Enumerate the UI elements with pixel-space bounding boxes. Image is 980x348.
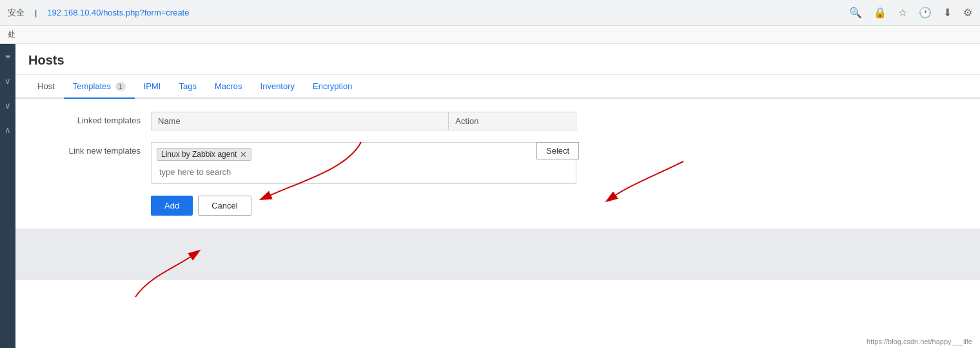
- footer-bar: https://blog.csdn.net/happy___life: [859, 335, 980, 348]
- page-title: Hosts: [28, 53, 967, 68]
- token-close-icon[interactable]: ✕: [240, 150, 247, 159]
- footer-url: https://blog.csdn.net/happy___life: [867, 338, 972, 345]
- bookmark-icon[interactable]: ☆: [898, 6, 907, 19]
- link-new-row: Linux by Zabbix agent ✕ Select: [151, 142, 589, 184]
- cancel-button[interactable]: Cancel: [198, 196, 251, 216]
- tokens-container: Linux by Zabbix agent ✕: [157, 148, 571, 163]
- browser-url[interactable]: 192.168.10.40/hosts.php?form=create: [47, 8, 189, 17]
- tab-templates[interactable]: Templates 1: [64, 75, 135, 99]
- sidebar: ≡ ∨ ∨ ∧: [0, 44, 15, 348]
- search-icon[interactable]: 🔍: [849, 6, 862, 19]
- bottom-area: [15, 229, 980, 280]
- download-icon[interactable]: ⬇: [943, 6, 952, 19]
- sidebar-nav-icon-1[interactable]: ≡: [2, 50, 14, 62]
- tab-encryption[interactable]: Encryption: [304, 75, 361, 99]
- select-button[interactable]: Select: [536, 142, 579, 159]
- template-token: Linux by Zabbix agent ✕: [157, 148, 251, 161]
- table-header-action: Action: [449, 112, 576, 130]
- link-new-templates-label: Link new templates: [28, 142, 151, 156]
- history-icon[interactable]: 🕐: [919, 6, 932, 19]
- linked-templates-row: Linked templates Name Action: [28, 112, 980, 130]
- tab-ipmi[interactable]: IPMI: [135, 75, 170, 99]
- action-buttons-row: Add Cancel: [28, 196, 980, 216]
- toolbar-label: 处: [8, 29, 15, 40]
- app-layout: ≡ ∨ ∨ ∧ Hosts Host Templates 1 IPMI Tags…: [0, 44, 980, 348]
- tabs-bar: Host Templates 1 IPMI Tags Macros Invent…: [15, 75, 980, 99]
- form-area: Linked templates Name Action: [15, 99, 980, 229]
- url-separator: |: [35, 8, 37, 17]
- template-search-input[interactable]: [157, 166, 324, 178]
- table-header-name: Name: [152, 112, 449, 130]
- sidebar-nav-icon-3[interactable]: ∨: [2, 99, 14, 111]
- sidebar-nav-icon-4[interactable]: ∧: [2, 124, 14, 136]
- link-new-input-area: Linux by Zabbix agent ✕: [151, 142, 531, 184]
- linked-templates-label: Linked templates: [28, 112, 151, 125]
- tab-inventory[interactable]: Inventory: [251, 75, 304, 99]
- sidebar-nav-icon-2[interactable]: ∨: [2, 75, 14, 87]
- settings-icon[interactable]: ⚙: [963, 6, 972, 19]
- security-label: 安全: [8, 7, 24, 19]
- browser-toolbar: 🔍 🔒 ☆ 🕐 ⬇ ⚙: [849, 6, 972, 19]
- main-content: Hosts Host Templates 1 IPMI Tags Macros …: [15, 44, 980, 348]
- tab-macros[interactable]: Macros: [206, 75, 251, 99]
- link-new-area[interactable]: Linux by Zabbix agent ✕: [151, 142, 576, 184]
- templates-badge: 1: [115, 82, 126, 91]
- link-new-templates-row: Link new templates Linux by Zabbix agent…: [28, 142, 980, 184]
- add-button[interactable]: Add: [151, 196, 193, 216]
- linked-templates-table: Name Action: [151, 112, 576, 130]
- link-new-templates-control: Linux by Zabbix agent ✕ Select: [151, 142, 589, 184]
- tab-tags[interactable]: Tags: [170, 75, 205, 99]
- tab-host[interactable]: Host: [28, 75, 64, 99]
- page-header: Hosts: [15, 44, 980, 75]
- extensions-icon[interactable]: 🔒: [874, 6, 887, 19]
- linked-templates-control: Name Action: [151, 112, 589, 130]
- browser-bar: 安全 | 192.168.10.40/hosts.php?form=create…: [0, 0, 980, 26]
- token-label: Linux by Zabbix agent: [161, 150, 237, 159]
- browser-bar2: 处: [0, 26, 980, 44]
